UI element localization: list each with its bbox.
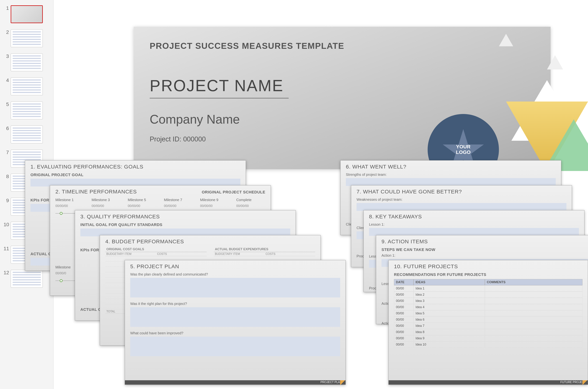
thumbnail-number: 9 <box>3 198 11 203</box>
slide-thumbnail[interactable]: 1 <box>3 5 50 23</box>
triangle-decoration <box>547 55 563 69</box>
schedule-heading: ORIGINAL PROJECT SCHEDULE <box>202 187 265 194</box>
card-future-projects[interactable]: 10. FUTURE PROJECTS RECOMMENDATIONS FOR … <box>388 260 588 385</box>
main-slide: PROJECT SUCCESS MEASURES TEMPLATE PROJEC… <box>134 27 551 169</box>
content-bar <box>346 178 556 186</box>
milestone-label: Milestone 9 <box>200 198 229 202</box>
milestone-date: 00/00/00 <box>200 204 229 208</box>
table-row: 00/00Idea 7 <box>394 323 583 329</box>
slide-thumbnail[interactable]: 12 <box>3 270 50 288</box>
card-title: 1. EVALUATING PERFORMANCES: GOALS <box>25 161 246 172</box>
cell-comments <box>485 329 583 335</box>
svg-marker-1 <box>547 55 563 69</box>
milestone-label: Milestone 1 <box>55 198 84 202</box>
triangle-decoration <box>499 34 513 46</box>
cell-date: 00/00 <box>394 298 414 304</box>
milestone-label: Milestone 3 <box>92 198 121 202</box>
milestone-label: Milestone 7 <box>164 198 193 202</box>
cell-comments <box>485 310 583 317</box>
column-label: COSTS <box>265 252 315 256</box>
thumbnail-number: 12 <box>3 270 11 276</box>
thumbnail-preview[interactable] <box>11 5 43 23</box>
content-bar <box>369 228 579 236</box>
thumbnail-number: 2 <box>3 29 11 35</box>
card-title: 8. KEY TAKEAWAYS <box>364 210 584 222</box>
thumbnail-number: 8 <box>3 174 11 179</box>
cell-idea: Idea 2 <box>414 292 485 298</box>
column-header: COMMENTS <box>485 279 583 285</box>
cell-date: 00/00 <box>394 329 414 335</box>
question-text: Was the plan clearly defined and communi… <box>125 272 346 277</box>
card-project-plan[interactable]: 5. PROJECT PLAN Was the plan clearly def… <box>125 260 346 385</box>
table-row: 00/00Idea 3 <box>394 298 583 304</box>
milestone-label: Complete <box>236 198 265 202</box>
company-name: Company Name <box>150 112 240 127</box>
thumbnail-number: 10 <box>3 222 11 227</box>
thumbnail-number: 7 <box>3 150 11 155</box>
answer-bar <box>130 337 340 356</box>
budget-header: ACTUAL BUDGET EXPENDITURES <box>214 247 315 252</box>
milestone-date: 00/00/00 <box>55 204 84 208</box>
column-label: BUDGETARY ITEM <box>214 252 265 256</box>
cell-idea: Idea 3 <box>414 298 485 304</box>
thumbnail-number: 6 <box>3 126 11 131</box>
milestone-date: 00/00/00 <box>236 204 265 208</box>
title-underline <box>150 98 289 98</box>
cell-idea: Idea 4 <box>414 304 485 310</box>
cell-date: 00/00 <box>394 285 414 292</box>
thumbnail-preview[interactable] <box>11 126 43 143</box>
milestone-date: 00/00/00 <box>164 204 193 208</box>
table-row: 00/00Idea 10 <box>394 341 583 348</box>
card-title: 10. FUTURE PROJECTS <box>389 260 588 272</box>
slide-thumbnail[interactable]: 4 <box>3 77 50 95</box>
slide-thumbnail[interactable]: 2 <box>3 29 50 47</box>
cell-idea: Idea 5 <box>414 310 485 317</box>
thumbnail-preview[interactable] <box>11 53 43 71</box>
project-name: PROJECT NAME <box>150 77 283 95</box>
column-label: COSTS <box>156 252 207 256</box>
cell-date: 00/00 <box>394 304 414 310</box>
thumbnail-number: 3 <box>3 53 11 59</box>
thumbnail-preview[interactable] <box>11 77 43 95</box>
budget-header: ORIGINAL COST GOALS <box>105 247 207 252</box>
prompt-text: Strengths of project team: <box>341 172 561 177</box>
table-row: 00/00Idea 8 <box>394 329 583 335</box>
cell-date: 00/00 <box>394 310 414 317</box>
cell-date: 00/00 <box>394 341 414 348</box>
subheading: STEPS WE CAN TAKE NOW <box>376 247 588 253</box>
answer-bar <box>130 278 340 297</box>
table-header-row: DATE IDEAS COMMENTS <box>394 279 583 285</box>
table-row: 00/00Idea 9 <box>394 335 583 341</box>
prompt-text: Lesson 1: <box>364 222 584 227</box>
cell-comments <box>485 292 583 298</box>
thumbnail-preview[interactable] <box>11 270 43 288</box>
cell-idea: Idea 6 <box>414 317 485 323</box>
card-title: 6. WHAT WENT WELL? <box>341 161 561 172</box>
card-footer: PROJECT PLAN <box>125 380 346 385</box>
subheading: RECOMMENDATIONS FOR FUTURE PROJECTS <box>389 272 588 278</box>
cell-comments <box>485 335 583 341</box>
future-projects-table: DATE IDEAS COMMENTS 00/00Idea 100/00Idea… <box>394 279 583 348</box>
column-header: DATE <box>394 279 414 285</box>
thumbnail-preview[interactable] <box>11 101 43 119</box>
subheading: INITIAL GOAL FOR QUALITY STANDARDS <box>75 222 296 228</box>
slide-thumbnail[interactable]: 3 <box>3 53 50 71</box>
card-footer: FUTURE PROJEC <box>389 380 588 385</box>
milestone-date: 00/00/00 <box>128 204 157 208</box>
card-title: 7. WHAT COULD HAVE GONE BETTER? <box>351 185 572 197</box>
thumbnail-number: 5 <box>3 101 11 107</box>
question-text: Was it the right plan for this project? <box>125 301 346 307</box>
svg-marker-0 <box>499 34 513 46</box>
question-text: What could have been improved? <box>125 330 346 336</box>
prompt-text: Action 1: <box>376 253 588 258</box>
cell-comments <box>485 323 583 329</box>
table-row: 00/00Idea 2 <box>394 292 583 298</box>
slide-thumbnail[interactable]: 5 <box>3 101 50 119</box>
slide-thumbnail[interactable]: 6 <box>3 126 50 143</box>
card-title: 2. TIMELINE PERFORMANCES <box>50 185 142 197</box>
milestone-label: Milestone 5 <box>128 198 157 202</box>
thumbnail-preview[interactable] <box>11 29 43 47</box>
content-bar <box>356 203 566 211</box>
cell-comments <box>485 298 583 304</box>
column-label: BUDGETARY ITEM <box>105 252 156 256</box>
